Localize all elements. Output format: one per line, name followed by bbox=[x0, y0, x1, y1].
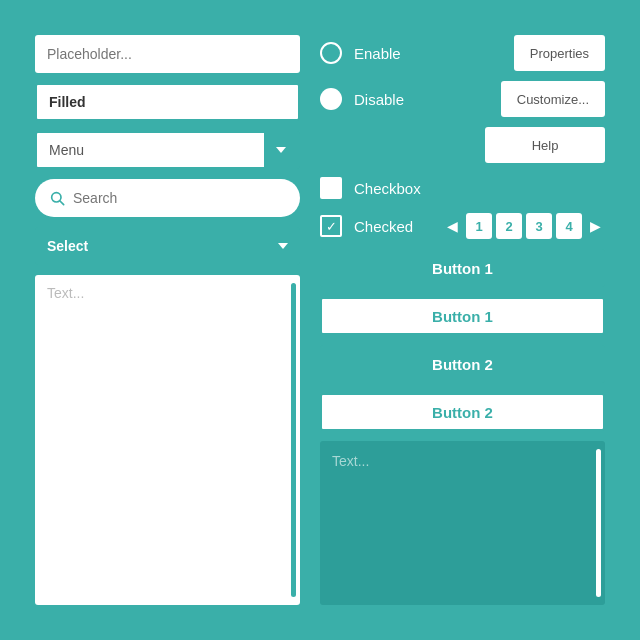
customize-button[interactable]: Customize... bbox=[501, 81, 605, 117]
filled-input[interactable] bbox=[35, 83, 300, 121]
radio-disable-label: Disable bbox=[354, 91, 404, 108]
right-textarea[interactable]: Text... bbox=[320, 441, 605, 605]
pagination: ◀ 1 2 3 4 ▶ bbox=[443, 213, 605, 239]
checkbox-unchecked[interactable] bbox=[320, 177, 342, 199]
right-scrollbar[interactable] bbox=[596, 449, 601, 597]
radio-disable-icon[interactable] bbox=[320, 88, 342, 110]
search-input[interactable] bbox=[73, 190, 286, 206]
button1-filled-label: Button 1 bbox=[432, 260, 493, 277]
checked-label: Checked bbox=[354, 218, 413, 235]
button2-outline-label: Button 2 bbox=[432, 404, 493, 421]
search-wrapper bbox=[35, 179, 300, 217]
help-button[interactable]: Help bbox=[485, 127, 605, 163]
button2-outline[interactable]: Button 2 bbox=[320, 393, 605, 431]
select-dropdown[interactable]: Select bbox=[35, 227, 300, 265]
select-label: Select bbox=[47, 238, 88, 254]
button1-outline-label: Button 1 bbox=[432, 308, 493, 325]
properties-button[interactable]: Properties bbox=[514, 35, 605, 71]
button2-filled-label: Button 2 bbox=[432, 356, 493, 373]
checkbox-checked[interactable]: ✓ bbox=[320, 215, 342, 237]
scrollbar[interactable] bbox=[291, 283, 296, 597]
disable-row: Disable Customize... bbox=[320, 81, 605, 117]
search-icon bbox=[49, 190, 65, 206]
checkmark-icon: ✓ bbox=[326, 220, 337, 233]
pagination-next-icon[interactable]: ▶ bbox=[586, 218, 605, 234]
left-textarea[interactable]: Text... bbox=[35, 275, 300, 605]
right-textarea-placeholder: Text... bbox=[332, 453, 369, 469]
help-row: Help bbox=[320, 127, 605, 163]
menu-arrow-bg bbox=[264, 131, 300, 169]
pagination-page-2[interactable]: 2 bbox=[496, 213, 522, 239]
button1-filled[interactable]: Button 1 bbox=[320, 249, 605, 287]
pagination-page-1[interactable]: 1 bbox=[466, 213, 492, 239]
radio-enable-icon[interactable] bbox=[320, 42, 342, 64]
menu-dropdown[interactable]: Menu bbox=[35, 131, 300, 169]
radio-disable-row: Disable bbox=[320, 88, 404, 110]
placeholder-input[interactable] bbox=[35, 35, 300, 73]
select-chevron-icon bbox=[278, 243, 288, 249]
menu-label: Menu bbox=[49, 142, 84, 158]
checkbox-row: Checkbox bbox=[320, 177, 605, 199]
enable-row: Enable Properties bbox=[320, 35, 605, 71]
radio-enable-label: Enable bbox=[354, 45, 401, 62]
textarea-placeholder: Text... bbox=[47, 285, 84, 301]
pagination-page-4[interactable]: 4 bbox=[556, 213, 582, 239]
pagination-prev-icon[interactable]: ◀ bbox=[443, 218, 462, 234]
radio-enable-row: Enable bbox=[320, 42, 401, 64]
checkbox-label: Checkbox bbox=[354, 180, 421, 197]
svg-line-1 bbox=[60, 201, 64, 205]
checked-row: ✓ Checked ◀ 1 2 3 4 ▶ bbox=[320, 213, 605, 239]
right-column: Enable Properties Disable Customize... H… bbox=[320, 35, 605, 605]
menu-chevron-icon bbox=[276, 147, 286, 153]
menu-wrapper: Menu bbox=[35, 131, 300, 169]
left-column: Menu Select Text... bbox=[35, 35, 300, 605]
button1-outline[interactable]: Button 1 bbox=[320, 297, 605, 335]
pagination-page-3[interactable]: 3 bbox=[526, 213, 552, 239]
button2-filled[interactable]: Button 2 bbox=[320, 345, 605, 383]
